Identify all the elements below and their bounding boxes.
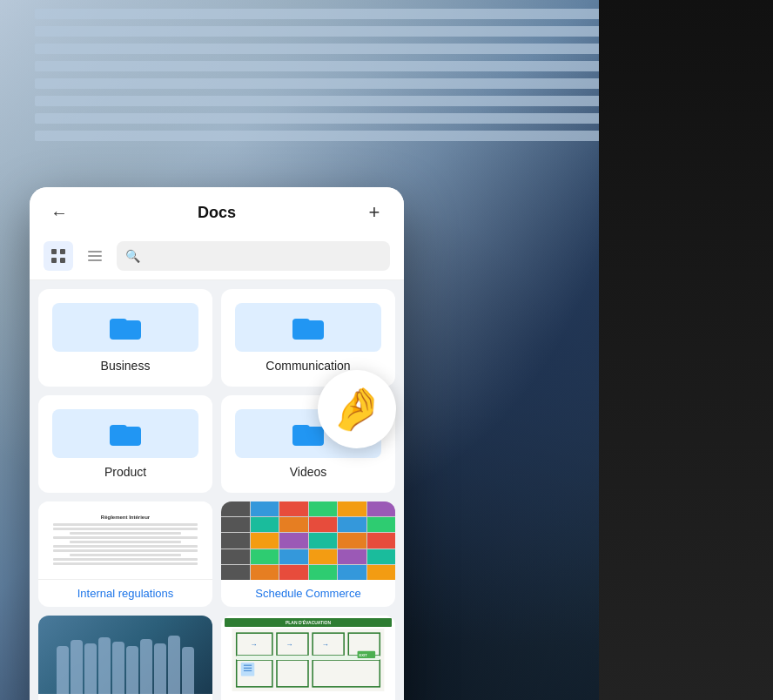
svg-rect-2 [51, 258, 57, 263]
folder-product[interactable]: Product [38, 395, 212, 493]
file-internal-regulations[interactable]: Règlement Intérieur Internal regulations [38, 501, 212, 607]
back-button[interactable]: ← [47, 203, 71, 223]
business-folder-icon [110, 315, 141, 340]
evac-header-text: PLAN D'ÉVACUATION [225, 618, 392, 627]
file-schedule-commerce[interactable]: Schedule Commerce [221, 501, 395, 607]
folder-label-business: Business [101, 359, 151, 373]
communication-folder-icon [292, 315, 324, 340]
team-silhouettes [38, 616, 212, 694]
svg-text:→: → [321, 641, 328, 649]
machine-right [599, 0, 773, 700]
hand-cursor-overlay: 🤌 [318, 370, 396, 448]
folder-icon-wrap-communication [235, 303, 381, 352]
svg-rect-5 [88, 255, 102, 257]
folder-icon-wrap-business [52, 303, 198, 352]
svg-rect-6 [88, 259, 102, 261]
evac-map: → → → EXIT [225, 629, 392, 691]
add-button[interactable]: + [362, 201, 386, 224]
file-name-team-photo: Team photo - 2024 [38, 694, 212, 700]
product-folder-icon [110, 421, 141, 446]
thumbnail-team [38, 616, 212, 694]
file-name-evacuation: Evacuation plan [221, 694, 395, 700]
svg-rect-4 [88, 251, 102, 252]
file-name-schedule: Schedule Commerce [221, 580, 395, 607]
grid-view-button[interactable] [44, 241, 73, 271]
folder-label-product: Product [104, 465, 146, 479]
file-grid: Règlement Intérieur Internal regulations [38, 501, 395, 700]
svg-rect-21 [241, 663, 254, 676]
svg-text:→: → [250, 641, 257, 649]
svg-rect-3 [60, 258, 65, 263]
thumbnail-schedule [221, 501, 395, 580]
list-view-button[interactable] [80, 241, 110, 271]
thumbnail-evacuation: PLAN D'ÉVACUATION [221, 616, 395, 694]
thumbnail-regulations: Règlement Intérieur [38, 501, 212, 580]
folder-business[interactable]: Business [38, 289, 212, 387]
file-team-photo[interactable]: Team photo - 2024 [38, 616, 212, 700]
svg-text:EXIT: EXIT [360, 653, 368, 657]
svg-rect-0 [51, 249, 57, 254]
videos-folder-icon [292, 421, 324, 446]
toolbar: 🔍 [30, 234, 404, 280]
folder-label-videos: Videos [290, 465, 327, 479]
svg-rect-1 [60, 249, 65, 254]
panel-title: Docs [198, 204, 236, 222]
svg-text:→: → [286, 641, 292, 649]
file-evacuation-plan[interactable]: PLAN D'ÉVACUATION [221, 616, 395, 700]
folder-icon-wrap-product [52, 409, 198, 458]
panel-content: Business Communication Product [30, 280, 404, 700]
search-icon: 🔍 [125, 249, 140, 263]
search-bar[interactable]: 🔍 [117, 241, 390, 271]
file-name-regulations: Internal regulations [38, 580, 212, 607]
folder-label-communication: Communication [266, 359, 350, 373]
hand-emoji: 🤌 [331, 385, 383, 434]
panel-header: ← Docs + [30, 187, 404, 234]
